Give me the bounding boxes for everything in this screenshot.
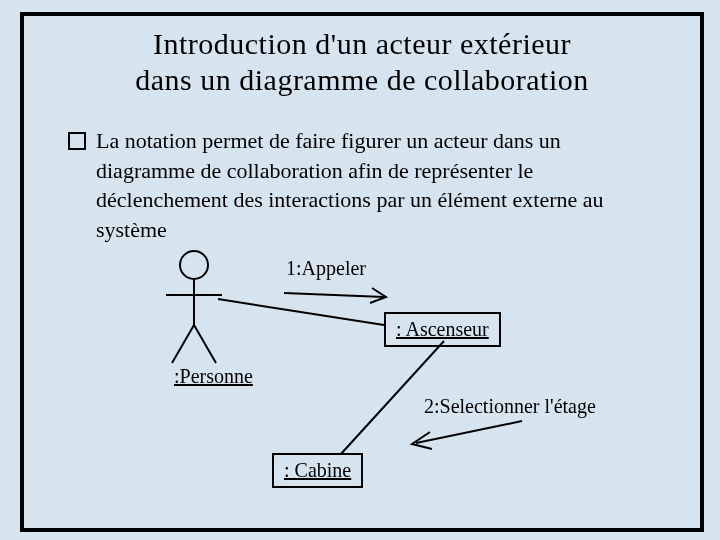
title-line-2: dans un diagramme de collaboration <box>135 63 589 96</box>
slide-title: Introduction d'un acteur extérieur dans … <box>24 26 700 98</box>
bullet-row: La notation permet de faire figurer un a… <box>68 126 656 245</box>
bullet-marker-icon <box>68 132 86 150</box>
object-cabine: : Cabine <box>272 453 363 488</box>
svg-line-4 <box>194 325 216 363</box>
svg-line-3 <box>172 325 194 363</box>
title-line-1: Introduction d'un acteur extérieur <box>153 27 571 60</box>
collaboration-diagram: :Personne 1:Appeler : Ascenseur 2:Select… <box>24 245 700 525</box>
actor-label: :Personne <box>174 365 253 388</box>
slide-frame: Introduction d'un acteur extérieur dans … <box>20 12 704 532</box>
bullet-text: La notation permet de faire figurer un a… <box>96 126 656 245</box>
svg-line-8 <box>340 341 444 455</box>
message-1-label: 1:Appeler <box>286 257 366 280</box>
svg-line-6 <box>218 299 384 325</box>
svg-point-0 <box>180 251 208 279</box>
